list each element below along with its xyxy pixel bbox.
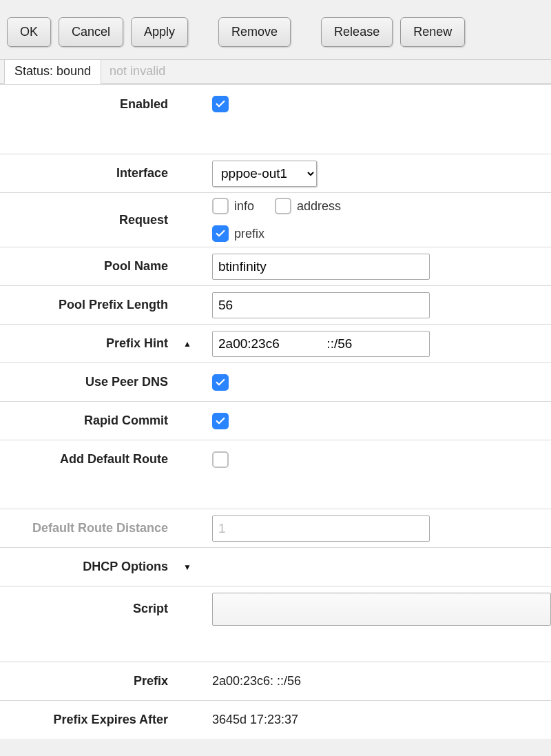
label-script: Script: [0, 602, 178, 616]
label-prefix-expires-after: Prefix Expires After: [0, 713, 178, 727]
request-prefix-label: prefix: [234, 227, 264, 241]
label-rapid-commit: Rapid Commit: [0, 413, 178, 428]
cancel-button[interactable]: Cancel: [59, 17, 123, 47]
release-button[interactable]: Release: [321, 17, 393, 47]
label-pool-prefix-length: Pool Prefix Length: [0, 298, 178, 312]
script-input[interactable]: [212, 593, 551, 626]
label-request: Request: [0, 213, 178, 227]
label-use-peer-dns: Use Peer DNS: [0, 375, 178, 389]
label-dhcp-options: DHCP Options: [0, 560, 178, 574]
label-enabled: Enabled: [0, 97, 178, 112]
request-prefix-checkbox[interactable]: [212, 225, 229, 242]
rapid-commit-checkbox[interactable]: [212, 413, 229, 429]
status-bar: Status: bound not invalid: [0, 59, 551, 84]
apply-button[interactable]: Apply: [131, 17, 188, 47]
add-default-route-checkbox[interactable]: [212, 451, 229, 468]
label-add-default-route: Add Default Route: [0, 452, 178, 467]
renew-button[interactable]: Renew: [400, 17, 465, 47]
use-peer-dns-checkbox[interactable]: [212, 374, 229, 391]
check-icon: [215, 377, 226, 388]
prefix-hint-input[interactable]: [212, 331, 430, 357]
request-info-label: info: [234, 199, 254, 214]
status-tab[interactable]: Status: bound: [4, 59, 101, 84]
remove-button[interactable]: Remove: [218, 17, 291, 47]
toolbar: OK Cancel Apply Remove Release Renew: [0, 0, 551, 59]
interface-select[interactable]: pppoe-out1: [212, 161, 317, 187]
prefix-value: 2a00:23c6: ::/56: [212, 674, 301, 688]
request-address-label: address: [297, 199, 341, 214]
label-interface: Interface: [0, 166, 178, 181]
request-info-checkbox[interactable]: [212, 198, 229, 214]
form: Enabled Interface pppoe-out1 Request in: [0, 84, 551, 739]
ok-button[interactable]: OK: [7, 17, 51, 47]
pool-prefix-length-input[interactable]: [212, 292, 430, 318]
label-default-route-distance: Default Route Distance: [0, 521, 178, 535]
request-address-checkbox[interactable]: [275, 198, 291, 214]
check-icon: [215, 416, 226, 427]
status-note: not invalid: [101, 60, 174, 83]
default-route-distance-input[interactable]: [212, 515, 430, 542]
prefix-expires-after-value: 3645d 17:23:37: [212, 713, 298, 727]
label-prefix: Prefix: [0, 674, 178, 688]
check-icon: [215, 99, 226, 110]
label-pool-name: Pool Name: [0, 259, 178, 274]
triangle-up-icon[interactable]: ▲: [178, 339, 197, 349]
check-icon: [215, 228, 226, 239]
enabled-checkbox[interactable]: [212, 96, 229, 112]
pool-name-input[interactable]: [212, 254, 430, 280]
triangle-down-icon[interactable]: ▼: [178, 562, 197, 572]
label-prefix-hint: Prefix Hint: [0, 336, 178, 351]
